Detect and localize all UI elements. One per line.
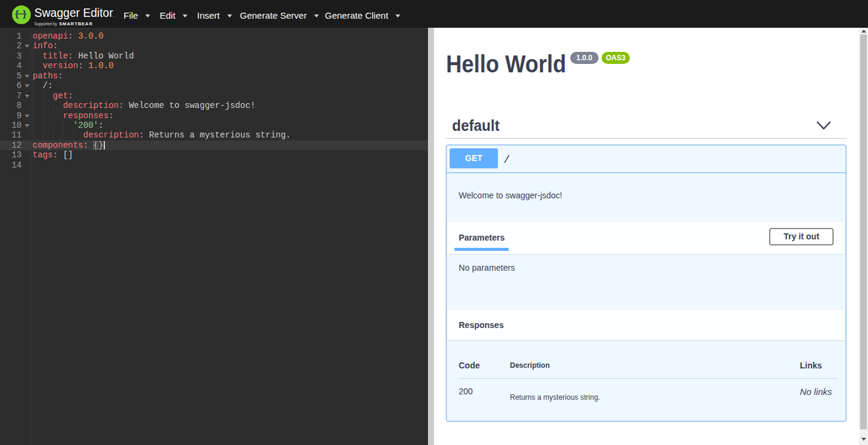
svg-text:{: { bbox=[15, 8, 19, 19]
